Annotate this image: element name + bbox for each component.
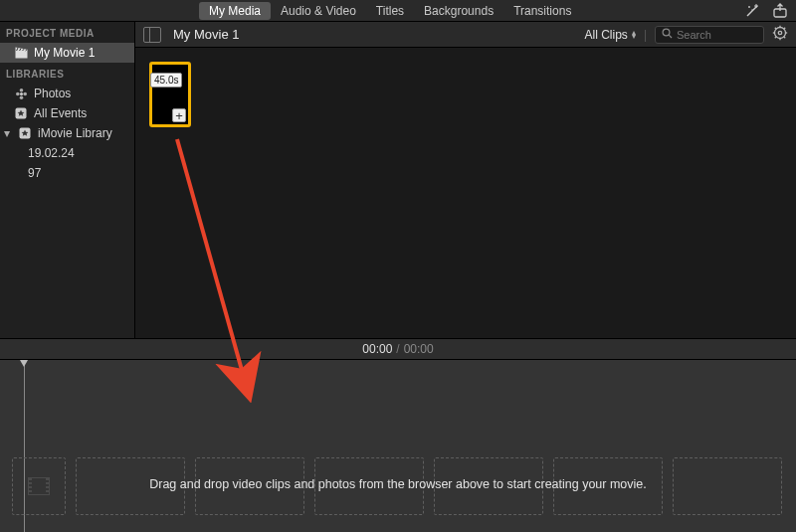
svg-line-21 bbox=[784, 37, 786, 39]
svg-point-6 bbox=[19, 89, 23, 92]
sidebar-item-label: Photos bbox=[34, 87, 71, 100]
search-input[interactable] bbox=[677, 29, 757, 41]
svg-point-7 bbox=[23, 91, 27, 95]
timeline-placeholder-row bbox=[12, 457, 796, 515]
browser-toolbar: My Movie 1 All Clips ▴▾ | bbox=[135, 22, 796, 48]
media-clip[interactable]: 45.0s + bbox=[149, 62, 191, 127]
timeline-slot[interactable] bbox=[195, 457, 304, 515]
sidebar-item-event-97[interactable]: 97 bbox=[0, 163, 134, 183]
svg-point-12 bbox=[663, 29, 670, 36]
sidebar-item-label: My Movie 1 bbox=[34, 46, 95, 60]
tab-transitions[interactable]: Transitions bbox=[503, 2, 581, 20]
svg-line-13 bbox=[669, 35, 672, 38]
sidebar-item-label: iMovie Library bbox=[38, 126, 112, 140]
clip-filter-label: All Clips bbox=[585, 28, 628, 42]
share-icon[interactable] bbox=[772, 3, 788, 19]
updown-icon: ▴▾ bbox=[632, 31, 636, 39]
sidebar-item-label: 19.02.24 bbox=[28, 146, 75, 160]
clapperboard-icon bbox=[14, 46, 28, 60]
svg-line-23 bbox=[784, 28, 786, 30]
timeline-slot[interactable] bbox=[76, 457, 185, 515]
top-tab-bar: My Media Audio & Video Titles Background… bbox=[0, 0, 796, 22]
add-clip-button[interactable]: + bbox=[172, 108, 186, 122]
filmstrip-icon bbox=[28, 477, 50, 495]
timeline-time-display: 00:00 / 00:00 bbox=[0, 338, 796, 360]
svg-point-1 bbox=[751, 9, 752, 10]
svg-rect-3 bbox=[15, 51, 27, 59]
timeline-slot[interactable] bbox=[673, 457, 782, 515]
time-current: 00:00 bbox=[362, 342, 392, 356]
svg-line-22 bbox=[775, 37, 777, 39]
media-browser: My Movie 1 All Clips ▴▾ | 45.0s + bbox=[135, 22, 796, 338]
tab-audio-video[interactable]: Audio & Video bbox=[271, 2, 366, 20]
svg-point-15 bbox=[778, 31, 781, 34]
time-separator: / bbox=[392, 342, 403, 356]
sidebar-section-project: PROJECT MEDIA bbox=[0, 22, 134, 43]
clip-duration-badge: 45.0s bbox=[150, 73, 182, 88]
search-icon bbox=[662, 28, 673, 42]
timeline-slot[interactable] bbox=[434, 457, 543, 515]
media-grid[interactable]: 45.0s + bbox=[135, 48, 796, 338]
svg-point-5 bbox=[19, 91, 22, 94]
tab-my-media[interactable]: My Media bbox=[199, 2, 271, 20]
star-box-icon bbox=[18, 126, 32, 140]
sidebar-item-label: 97 bbox=[28, 166, 41, 180]
svg-point-0 bbox=[748, 6, 750, 8]
sidebar-item-photos[interactable]: Photos bbox=[0, 84, 134, 103]
timeline-slot[interactable] bbox=[314, 457, 424, 515]
sidebar-item-library[interactable]: ▾ iMovie Library bbox=[0, 123, 134, 143]
timeline-slot[interactable] bbox=[12, 457, 66, 515]
svg-point-8 bbox=[19, 95, 23, 99]
search-field[interactable] bbox=[655, 26, 764, 44]
tab-backgrounds[interactable]: Backgrounds bbox=[414, 2, 503, 20]
time-total: 00:00 bbox=[404, 342, 434, 356]
magic-wand-icon[interactable] bbox=[744, 3, 760, 19]
sidebar-item-project[interactable]: My Movie 1 bbox=[0, 43, 134, 63]
chevron-down-icon: ▾ bbox=[4, 126, 12, 140]
sidebar-item-event-date[interactable]: 19.02.24 bbox=[0, 143, 134, 163]
clip-filter-dropdown[interactable]: All Clips ▴▾ bbox=[585, 28, 636, 42]
timeline[interactable]: Drag and drop video clips and photos fro… bbox=[0, 360, 796, 532]
star-box-icon bbox=[14, 106, 28, 120]
photos-flower-icon bbox=[14, 87, 28, 100]
timeline-slot[interactable] bbox=[553, 457, 663, 515]
sidebar-item-label: All Events bbox=[34, 106, 87, 120]
main-area: PROJECT MEDIA My Movie 1 LIBRARIES Photo… bbox=[0, 22, 796, 338]
sidebar-section-libraries: LIBRARIES bbox=[0, 63, 134, 84]
sidebar: PROJECT MEDIA My Movie 1 LIBRARIES Photo… bbox=[0, 22, 135, 338]
browser-title: My Movie 1 bbox=[173, 27, 239, 42]
sidebar-toggle-icon[interactable] bbox=[143, 27, 161, 43]
sidebar-item-all-events[interactable]: All Events bbox=[0, 103, 134, 123]
svg-point-9 bbox=[16, 91, 20, 95]
svg-line-20 bbox=[775, 28, 777, 30]
tab-titles[interactable]: Titles bbox=[366, 2, 414, 20]
gear-icon[interactable] bbox=[772, 25, 788, 44]
